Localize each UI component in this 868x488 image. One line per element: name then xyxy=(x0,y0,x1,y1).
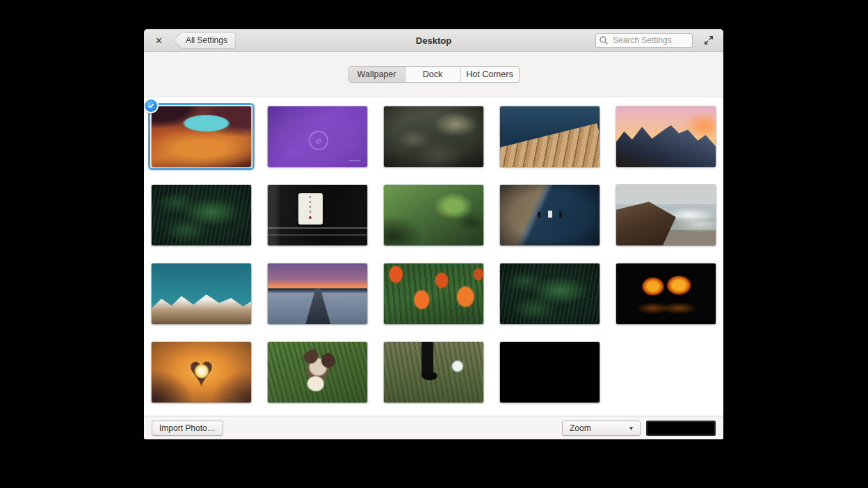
tab-hot-corners[interactable]: Hot Corners xyxy=(460,67,519,82)
headerbar: ✕ All Settings Desktop xyxy=(144,29,723,52)
search-icon xyxy=(599,35,609,45)
wallpaper-thumbnail-orange-tulip-field[interactable] xyxy=(384,263,483,324)
search-input[interactable] xyxy=(595,33,693,48)
wallpaper-thumbnail-puppy-on-grass[interactable] xyxy=(268,342,367,402)
wallpaper-image xyxy=(152,106,251,167)
wallpaper-grid xyxy=(152,106,723,402)
selected-check-icon xyxy=(144,98,159,113)
wallpaper-image xyxy=(152,263,251,324)
wallpaper-thumbnail-paper-lantern-night[interactable] xyxy=(268,185,367,245)
wallpaper-thumbnail-green-plant-branch[interactable] xyxy=(384,185,483,245)
wallpaper-thumbnail-solid-black-color[interactable] xyxy=(500,342,600,402)
chevron-down-icon: ▾ xyxy=(629,424,633,432)
wallpaper-image xyxy=(268,185,367,245)
wallpaper-image xyxy=(384,185,483,245)
all-settings-back-button[interactable]: All Settings xyxy=(174,33,235,48)
wallpaper-image xyxy=(152,185,251,245)
wallpaper-image xyxy=(500,263,600,324)
wallpaper-thumbnail-foggy-forest-mountain[interactable] xyxy=(384,106,483,167)
wallpaper-thumbnail-dark-fern-leaves-2[interactable] xyxy=(500,263,600,324)
combobox-value: Zoom xyxy=(570,423,629,433)
wallpaper-image xyxy=(268,342,367,402)
wallpaper-thumbnail-elementary-purple-logo[interactable] xyxy=(268,106,367,167)
wallpaper-thumbnail-soccer-ball-cleats[interactable] xyxy=(384,342,483,402)
wallpaper-image xyxy=(384,342,483,402)
wallpaper-thumbnail-antelope-canyon[interactable] xyxy=(152,106,251,167)
close-icon[interactable]: ✕ xyxy=(152,35,166,47)
wallpaper-thumbnail-pier-at-sunset[interactable] xyxy=(268,263,367,324)
wallpaper-image xyxy=(616,263,716,324)
wallpaper-thumbnail-mountain-ridge-sunset[interactable] xyxy=(616,106,716,167)
wallpaper-thumbnail-dark-fern-leaves[interactable] xyxy=(152,185,251,245)
wallpaper-image xyxy=(152,342,251,402)
wallpaper-image xyxy=(616,185,716,245)
wallpaper-thumbnail-satellite-over-coast[interactable] xyxy=(500,185,600,245)
back-button-wrap: All Settings xyxy=(174,33,235,48)
wallpaper-image xyxy=(384,106,483,167)
wallpaper-thumbnail-heart-hands-sunset[interactable] xyxy=(152,342,251,402)
wallpaper-image xyxy=(384,263,483,324)
color-swatch-button[interactable] xyxy=(646,421,716,436)
resize-expand-icon[interactable] xyxy=(702,34,715,47)
wallpaper-image xyxy=(268,263,367,324)
wallpaper-thumbnail-coastal-cliff-waves[interactable] xyxy=(616,185,716,245)
wallpaper-thumbnail-snowy-mountains-teal-sky[interactable] xyxy=(152,263,251,324)
import-photo-button[interactable]: Import Photo… xyxy=(152,421,223,436)
wallpaper-grid-area xyxy=(144,97,723,416)
tab-dock[interactable]: Dock xyxy=(405,67,460,82)
search-field-wrap xyxy=(595,33,693,48)
wallpaper-image xyxy=(268,106,367,167)
tab-switcher: Wallpaper Dock Hot Corners xyxy=(348,66,520,83)
wallpaper-image xyxy=(500,106,600,167)
wallpaper-mode-combobox[interactable]: Zoom ▾ xyxy=(562,421,641,436)
wallpaper-image xyxy=(500,185,600,245)
action-bar: Import Photo… Zoom ▾ xyxy=(144,416,723,439)
settings-window: ✕ All Settings Desktop Wallpaper Dock xyxy=(144,29,723,439)
tab-band: Wallpaper Dock Hot Corners xyxy=(144,52,723,97)
wallpaper-image xyxy=(500,342,600,402)
wallpaper-image xyxy=(616,106,716,167)
tab-wallpaper[interactable]: Wallpaper xyxy=(349,67,405,82)
wallpaper-thumbnail-wooden-boardwalk-water[interactable] xyxy=(500,106,600,167)
wallpaper-thumbnail-glowing-jack-o-lanterns[interactable] xyxy=(616,263,716,324)
